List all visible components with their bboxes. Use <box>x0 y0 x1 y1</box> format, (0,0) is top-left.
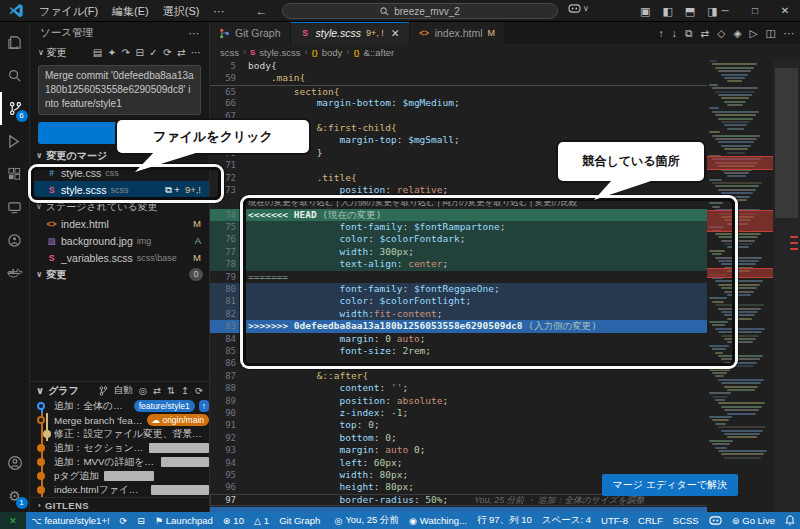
search-icon[interactable] <box>0 59 30 92</box>
command-center-search[interactable]: breeze_mvv_2 <box>282 3 558 19</box>
run-file-icon[interactable]: ▷ <box>750 27 758 39</box>
statusbar-item-UTF-8[interactable]: UTF-8 <box>596 512 633 529</box>
target-icon[interactable]: ◎ <box>139 385 147 396</box>
statusbar-item-1[interactable]: △1 <box>249 512 274 529</box>
refresh-icon[interactable]: ⟳ <box>195 385 203 396</box>
tab-Git Graph[interactable]: Git Graph <box>210 22 291 44</box>
statusbar-item-sync[interactable]: ⟳ <box>115 512 133 529</box>
file-row-index.html[interactable]: <>index.htmlM <box>30 215 209 232</box>
side-diff-icon[interactable]: ◈ <box>733 27 741 39</box>
auto-label[interactable]: 自動 <box>114 384 133 397</box>
statusbar-item-Launchpad[interactable]: ⚑Launchpad <box>150 512 218 529</box>
stash-icon[interactable]: ⊟ <box>135 47 143 58</box>
nav-back-icon[interactable]: ← <box>255 4 267 18</box>
file-row-style.css[interactable]: #style.csscss <box>30 164 209 181</box>
codelens-actions[interactable]: 現在の変更を取り込む | 入力側の変更を取り込む | 両方の変更を取り込む | … <box>210 196 773 208</box>
menu-item-0[interactable]: ファイル(F) <box>32 0 105 22</box>
breadcrumb-item[interactable]: &::after <box>364 47 395 58</box>
split-editor-icon[interactable]: ◫ <box>766 27 776 39</box>
file-row-style.scss[interactable]: Sstyle.scssscss⧉ +9+,! <box>30 181 209 198</box>
swap-sides-icon[interactable]: ⇄ <box>701 27 710 39</box>
chevron-down-icon[interactable]: ∨ <box>38 48 44 57</box>
push-icon[interactable]: ↥ <box>181 385 189 396</box>
gitlens-section[interactable]: › GITLENS <box>30 497 209 512</box>
commit-check-icon[interactable]: ✓ <box>149 47 157 58</box>
breadcrumb-item[interactable]: scss <box>220 47 239 58</box>
remote-explorer-icon[interactable] <box>0 191 30 224</box>
commit-row[interactable]: index.htmlファイル作成 <box>30 483 209 497</box>
branch-pill[interactable]: ☁ origin/main <box>147 414 209 426</box>
commit-row[interactable]: 追加：全体のサイ...feature/style1↑ <box>30 399 209 413</box>
breadcrumb-item[interactable]: style.scss <box>259 47 300 58</box>
inline-diff-icon[interactable]: ◇ <box>717 27 725 39</box>
statusbar-item-bell[interactable] <box>780 512 800 529</box>
file-row-background.jpg[interactable]: ▨background.jpgimgA <box>30 232 209 249</box>
more-icon[interactable]: ⋯ <box>784 27 795 39</box>
compare-icon[interactable]: ⇄ <box>177 47 185 58</box>
customize-layout-icon[interactable]: ▣ <box>640 5 650 18</box>
settings-gear-icon[interactable]: ⚙ 1 <box>0 479 30 512</box>
sparkle-icon[interactable]: ✦ <box>108 47 116 58</box>
toggle-panel-icon[interactable]: ⬒ <box>685 5 695 18</box>
scrollbar-thumb[interactable] <box>775 68 798 218</box>
statusbar-item-Git Graph[interactable]: Git Graph <box>274 512 325 529</box>
open-changes-icon[interactable]: ⧉ <box>685 27 693 40</box>
commit-row[interactable]: pタグ追加 <box>30 469 209 483</box>
menu-item-2[interactable]: 選択(S) <box>156 0 207 22</box>
commit-row[interactable]: 追加：MVVの詳細を追加 <box>30 455 209 469</box>
tab-style.scss[interactable]: Sstyle.scss9+, !✕ <box>291 22 410 44</box>
swap-icon[interactable]: ⇅ <box>167 385 175 396</box>
statusbar-item-行 97、列 10[interactable]: 行 97、列 10 <box>472 512 537 529</box>
line-number: 66 <box>210 97 248 109</box>
statusbar-item-Go Live[interactable]: ⊚Go Live <box>727 512 780 529</box>
close-button[interactable]: ✕ <box>770 0 800 22</box>
statusbar-item-Watching...[interactable]: ◉Watching... <box>404 512 472 529</box>
copilot-menu[interactable]: ∨ <box>568 3 589 14</box>
more-actions-icon[interactable]: ⋯ <box>189 27 200 39</box>
commit-row[interactable]: 追加：セクション追加 <box>30 441 209 455</box>
statusbar-item-copilot[interactable] <box>704 512 727 529</box>
maximize-button[interactable]: □ <box>740 0 770 22</box>
file-row-_variables.scss[interactable]: S_variables.scssscss\baseM <box>30 249 209 266</box>
copilot-icon <box>568 3 581 14</box>
view-as-tree-icon[interactable]: ▤ <box>93 47 102 58</box>
prev-conflict-icon[interactable]: ↑ <box>659 27 664 39</box>
commit-row[interactable]: Merge branch 'featur...☁ origin/main <box>30 413 209 427</box>
account-icon[interactable] <box>0 446 30 479</box>
branch-pill[interactable]: feature/style1 <box>134 400 195 412</box>
source-control-icon[interactable]: 6 <box>0 92 30 125</box>
statusbar-item-You, 25 分前[interactable]: ◎You, 25 分前 <box>330 512 404 529</box>
docker-icon[interactable] <box>0 257 30 290</box>
menu-item-1[interactable]: 編集(E) <box>105 0 156 22</box>
commit-graph-icon[interactable]: ↷ <box>122 47 130 58</box>
statusbar-item-feature/style1+![interactable]: ⌥feature/style1+! <box>26 512 115 529</box>
tab-close-icon[interactable]: ✕ <box>391 27 400 39</box>
refresh-icon[interactable]: ⟳ <box>163 47 171 58</box>
statusbar-item-スペース: 4[interactable]: スペース: 4 <box>537 512 596 529</box>
extensions-icon[interactable] <box>0 158 30 191</box>
more-icon[interactable]: ⋯ <box>191 47 201 58</box>
commit-message-input[interactable]: Merge commit '0defeedba8aa13a180b1256053… <box>38 65 201 115</box>
statusbar-item-CRLF[interactable]: CRLF <box>633 512 668 529</box>
breadcrumb[interactable]: scss›Sstyle.scss›{}body›{}&::after <box>210 44 800 60</box>
section-changes[interactable]: ∨ 変更 0 <box>30 266 209 283</box>
minimap[interactable] <box>707 60 773 512</box>
menu-item-3[interactable]: ⋯ <box>206 0 231 22</box>
statusbar-item-10[interactable]: ⊗10 <box>218 512 249 529</box>
scrollbar[interactable] <box>773 60 800 512</box>
compare-icon[interactable]: ⇄ <box>153 385 161 396</box>
remote-indicator[interactable]: ✕ <box>0 512 26 529</box>
tab-index.html[interactable]: <>index.htmlM <box>410 22 505 44</box>
minimize-button[interactable]: ─ <box>710 0 740 22</box>
statusbar-item-layers[interactable]: ⊟ <box>132 512 150 529</box>
next-conflict-icon[interactable]: ↓ <box>672 27 677 39</box>
explorer-icon[interactable] <box>0 26 30 59</box>
breadcrumb-item[interactable]: body <box>322 47 343 58</box>
live-share-icon[interactable] <box>0 224 30 257</box>
run-debug-icon[interactable] <box>0 125 30 158</box>
statusbar-item-SCSS[interactable]: SCSS <box>668 512 704 529</box>
section-staged-changes[interactable]: ∨ ステージされている変更 <box>30 198 209 215</box>
resolve-in-merge-editor-button[interactable]: マージ エディターで解決 <box>602 474 738 496</box>
commit-row[interactable]: 修正：設定ファイル変更、背景色変更... <box>30 427 209 441</box>
toggle-sidebar-icon[interactable]: ◧ <box>662 5 672 18</box>
